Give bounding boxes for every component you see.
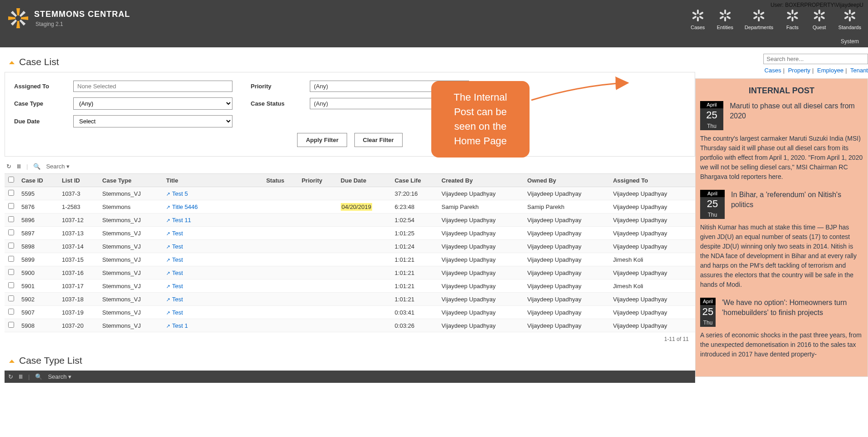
- table-row[interactable]: 5899 1037-15 Stemmons_VJ ↗Test 1:01:21 V…: [5, 253, 695, 266]
- external-link-icon[interactable]: ↗: [166, 257, 170, 263]
- cell-created-by: Vijaydeep Upadhyay: [438, 266, 524, 279]
- nav-quest[interactable]: Quest: [812, 9, 827, 30]
- title-link[interactable]: Test: [172, 283, 183, 290]
- title-link[interactable]: Test 11: [172, 217, 191, 224]
- nav-facts[interactable]: Facts: [785, 9, 800, 30]
- title-link[interactable]: Title 5446: [172, 203, 198, 210]
- external-link-icon[interactable]: ↗: [166, 191, 170, 197]
- external-link-icon[interactable]: ↗: [166, 270, 170, 276]
- title-link[interactable]: Test: [172, 296, 183, 303]
- row-checkbox[interactable]: [8, 309, 14, 315]
- caret-up-icon[interactable]: [9, 61, 15, 64]
- nav-departments[interactable]: Departments: [745, 9, 773, 30]
- search-dropdown[interactable]: Search ▾: [48, 373, 71, 380]
- row-checkbox[interactable]: [8, 190, 14, 196]
- post-item[interactable]: April 25 Thu 'We have no option': Homeow…: [700, 298, 863, 327]
- row-checkbox[interactable]: [8, 282, 14, 288]
- col-status[interactable]: Status: [262, 174, 298, 187]
- row-checkbox[interactable]: [8, 229, 14, 235]
- cell-status: [262, 227, 298, 240]
- cell-due-date: [337, 319, 391, 332]
- title-link[interactable]: Test: [172, 269, 183, 276]
- row-checkbox[interactable]: [8, 256, 14, 262]
- tab-cases[interactable]: Cases: [764, 67, 781, 74]
- svg-line-30: [788, 17, 790, 18]
- refresh-icon[interactable]: ↻: [6, 163, 11, 170]
- row-checkbox[interactable]: [8, 203, 14, 209]
- tab-employee[interactable]: Employee: [817, 67, 843, 74]
- col-case-id[interactable]: Case ID: [18, 174, 58, 187]
- table-row[interactable]: 5901 1037-17 Stemmons_VJ ↗Test 1:01:21 V…: [5, 279, 695, 293]
- external-link-icon[interactable]: ↗: [166, 297, 170, 302]
- table-row[interactable]: 5907 1037-19 Stemmons_VJ ↗Test 0:03:41 V…: [5, 306, 695, 319]
- table-row[interactable]: 5876 1-2583 Stemmons ↗Title 5446 04/20/2…: [5, 200, 695, 213]
- system-link[interactable]: System: [0, 36, 868, 47]
- table-row[interactable]: 5898 1037-14 Stemmons_VJ ↗Test 1:01:24 V…: [5, 240, 695, 253]
- title-link[interactable]: Test: [172, 230, 183, 237]
- table-row[interactable]: 5902 1037-18 Stemmons_VJ ↗Test 1:01:21 V…: [5, 293, 695, 306]
- cell-title: ↗Test: [162, 253, 262, 266]
- col-created-by[interactable]: Created By: [438, 174, 524, 187]
- svg-line-22: [754, 13, 757, 14]
- search-input[interactable]: [763, 54, 868, 64]
- case-type-select[interactable]: (Any): [73, 97, 232, 110]
- table-row[interactable]: 5900 1037-16 Stemmons_VJ ↗Test 1:01:21 V…: [5, 266, 695, 279]
- title-link[interactable]: Test 1: [172, 322, 188, 329]
- logo[interactable]: STEMMONS CENTRAL Staging 2.1: [0, 7, 130, 30]
- cell-due-date: [337, 253, 391, 266]
- cell-owned-by: Vijaydeep Upadhyay: [524, 266, 609, 279]
- search-dropdown[interactable]: Search ▾: [46, 163, 70, 170]
- col-title[interactable]: Title: [162, 174, 262, 187]
- svg-line-10: [693, 13, 696, 14]
- post-item[interactable]: April 25 Thu Maruti to phase out all die…: [700, 101, 863, 130]
- due-date-select[interactable]: Select: [73, 115, 232, 127]
- external-link-icon[interactable]: ↗: [166, 218, 170, 223]
- search-icon[interactable]: 🔍: [35, 373, 42, 380]
- external-link-icon[interactable]: ↗: [166, 323, 170, 329]
- col-assigned-to[interactable]: Assigned To: [609, 174, 695, 187]
- search-icon[interactable]: 🔍: [33, 163, 40, 170]
- col-due-date[interactable]: Due Date: [337, 174, 391, 187]
- select-all-checkbox[interactable]: [8, 177, 14, 183]
- refresh-icon[interactable]: ↻: [8, 373, 13, 380]
- columns-icon[interactable]: Ⅲ: [17, 163, 21, 170]
- row-checkbox[interactable]: [8, 322, 14, 328]
- col-priority[interactable]: Priority: [298, 174, 337, 187]
- col-case-life[interactable]: Case Life: [391, 174, 438, 187]
- col-owned-by[interactable]: Owned By: [524, 174, 609, 187]
- external-link-icon[interactable]: ↗: [166, 231, 170, 236]
- tab-tenant[interactable]: Tenant: [850, 67, 868, 74]
- title-link[interactable]: Test: [172, 256, 183, 263]
- row-checkbox[interactable]: [8, 295, 14, 301]
- nav-entities[interactable]: Entities: [717, 9, 733, 30]
- title-link[interactable]: Test: [172, 243, 183, 250]
- col-case-type[interactable]: Case Type: [99, 174, 162, 187]
- nav-standards[interactable]: Standards: [838, 9, 861, 30]
- columns-icon[interactable]: Ⅲ: [19, 373, 23, 380]
- external-link-icon[interactable]: ↗: [166, 204, 170, 210]
- table-row[interactable]: 5595 1037-3 Stemmons_VJ ↗Test 5 37:20:16…: [5, 187, 695, 200]
- cell-created-by: Vijaydeep Upadhyay: [438, 253, 524, 266]
- table-row[interactable]: 5897 1037-13 Stemmons_VJ ↗Test 1:01:25 V…: [5, 227, 695, 240]
- row-checkbox[interactable]: [8, 243, 14, 249]
- post-item[interactable]: April 25 Thu In Bihar, a 'referendum' on…: [700, 190, 863, 219]
- table-row[interactable]: 5896 1037-12 Stemmons_VJ ↗Test 11 1:02:5…: [5, 213, 695, 227]
- external-link-icon[interactable]: ↗: [166, 284, 170, 289]
- cell-priority: [298, 227, 337, 240]
- title-link[interactable]: Test: [172, 309, 183, 316]
- assigned-to-input[interactable]: None Selected: [73, 81, 232, 92]
- pager: 1-11 of 11: [5, 332, 695, 346]
- asterisk-icon: [842, 9, 858, 23]
- caret-up-icon[interactable]: [9, 360, 15, 363]
- title-link[interactable]: Test 5: [172, 190, 188, 197]
- row-checkbox[interactable]: [8, 269, 14, 275]
- apply-filter-button[interactable]: Apply Filter: [297, 133, 347, 147]
- external-link-icon[interactable]: ↗: [166, 244, 170, 249]
- clear-filter-button[interactable]: Clear Filter: [354, 133, 403, 147]
- tab-property[interactable]: Property: [788, 67, 810, 74]
- table-row[interactable]: 5908 1037-20 Stemmons_VJ ↗Test 1 0:03:26…: [5, 319, 695, 332]
- external-link-icon[interactable]: ↗: [166, 310, 170, 315]
- nav-cases[interactable]: Cases: [690, 9, 706, 30]
- row-checkbox[interactable]: [8, 216, 14, 222]
- col-list-id[interactable]: List ID: [58, 174, 99, 187]
